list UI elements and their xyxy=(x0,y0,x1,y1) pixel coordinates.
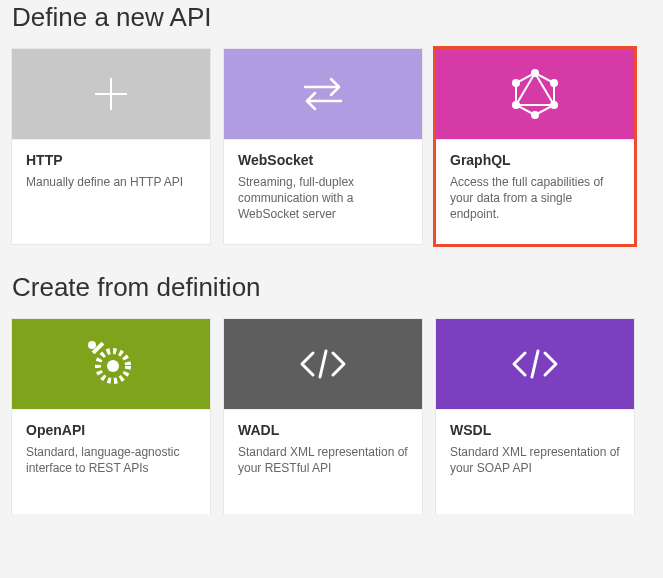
svg-point-6 xyxy=(531,69,539,77)
create-card-row: OpenAPI Standard, language-agnostic inte… xyxy=(12,319,651,514)
svg-line-16 xyxy=(320,351,326,377)
section-title-define: Define a new API xyxy=(12,2,651,33)
svg-marker-5 xyxy=(516,73,554,105)
card-desc: Manually define an HTTP API xyxy=(26,174,196,190)
card-wsdl[interactable]: WSDL Standard XML representation of your… xyxy=(436,319,634,514)
card-body: OpenAPI Standard, language-agnostic inte… xyxy=(12,409,210,514)
code-icon xyxy=(224,319,422,409)
plus-icon xyxy=(12,49,210,139)
card-body: HTTP Manually define an HTTP API xyxy=(12,139,210,244)
card-title: WebSocket xyxy=(238,152,408,168)
card-title: WADL xyxy=(238,422,408,438)
card-desc: Streaming, full-duplex communication wit… xyxy=(238,174,408,223)
svg-point-11 xyxy=(512,79,520,87)
card-title: WSDL xyxy=(450,422,620,438)
card-desc: Access the full capabilities of your dat… xyxy=(450,174,620,223)
card-websocket[interactable]: WebSocket Streaming, full-duplex communi… xyxy=(224,49,422,244)
svg-line-17 xyxy=(532,351,538,377)
svg-point-8 xyxy=(550,101,558,109)
card-title: GraphQL xyxy=(450,152,620,168)
card-body: WSDL Standard XML representation of your… xyxy=(436,409,634,514)
arrows-swap-icon xyxy=(224,49,422,139)
section-title-create: Create from definition xyxy=(12,272,651,303)
card-desc: Standard XML representation of your SOAP… xyxy=(450,444,620,476)
card-body: WADL Standard XML representation of your… xyxy=(224,409,422,514)
card-http[interactable]: HTTP Manually define an HTTP API xyxy=(12,49,210,244)
graphql-icon xyxy=(436,49,634,139)
card-title: HTTP xyxy=(26,152,196,168)
card-desc: Standard, language-agnostic interface to… xyxy=(26,444,196,476)
svg-point-15 xyxy=(88,341,96,349)
card-desc: Standard XML representation of your REST… xyxy=(238,444,408,476)
card-body: WebSocket Streaming, full-duplex communi… xyxy=(224,139,422,244)
svg-point-9 xyxy=(531,111,539,119)
openapi-icon xyxy=(12,319,210,409)
define-card-row: HTTP Manually define an HTTP API WebSock… xyxy=(12,49,651,244)
svg-point-13 xyxy=(107,360,119,372)
card-wadl[interactable]: WADL Standard XML representation of your… xyxy=(224,319,422,514)
card-graphql[interactable]: GraphQL Access the full capabilities of … xyxy=(436,49,634,244)
svg-point-7 xyxy=(550,79,558,87)
card-title: OpenAPI xyxy=(26,422,196,438)
card-body: GraphQL Access the full capabilities of … xyxy=(436,139,634,244)
card-openapi[interactable]: OpenAPI Standard, language-agnostic inte… xyxy=(12,319,210,514)
svg-point-10 xyxy=(512,101,520,109)
code-icon xyxy=(436,319,634,409)
